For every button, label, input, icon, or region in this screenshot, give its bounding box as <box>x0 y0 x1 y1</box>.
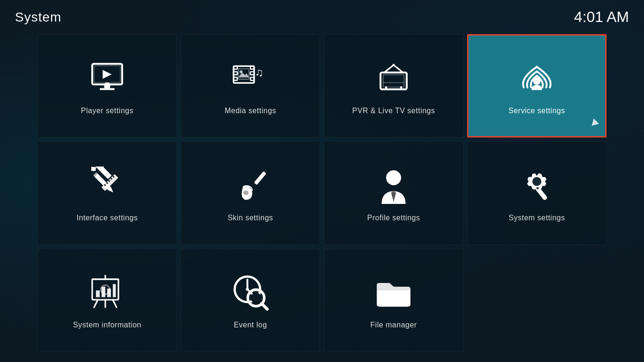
page-title: System <box>15 10 61 25</box>
svg-rect-53 <box>96 290 100 297</box>
cursor-icon <box>589 119 599 129</box>
svg-marker-15 <box>238 72 249 77</box>
file-manager-icon <box>373 271 415 313</box>
system-information-icon <box>86 271 128 313</box>
skin-settings-label: Skin settings <box>227 214 273 222</box>
svg-line-18 <box>394 65 403 72</box>
media-settings-icon: ♫ <box>229 57 271 99</box>
svg-rect-56 <box>113 284 116 297</box>
tile-file-manager[interactable]: File manager <box>324 249 463 352</box>
skin-settings-icon <box>229 164 271 206</box>
media-settings-label: Media settings <box>225 107 276 115</box>
event-log-label: Event log <box>234 321 267 329</box>
tile-profile-settings[interactable]: Profile settings <box>324 141 463 245</box>
svg-point-25 <box>533 77 541 85</box>
tile-media-settings[interactable]: ♫ Media settings <box>181 34 320 138</box>
svg-line-48 <box>94 300 98 307</box>
file-manager-label: File manager <box>370 321 417 329</box>
service-settings-label: Service settings <box>509 107 565 115</box>
interface-settings-label: Interface settings <box>77 214 138 222</box>
svg-point-43 <box>386 170 401 185</box>
tile-event-log[interactable]: Event log <box>181 249 320 352</box>
tile-player-settings[interactable]: Player settings <box>37 34 177 138</box>
profile-settings-label: Profile settings <box>367 214 420 222</box>
svg-point-42 <box>243 190 249 195</box>
system-settings-icon <box>516 164 558 206</box>
svg-rect-5 <box>105 82 110 84</box>
svg-point-23 <box>385 86 388 88</box>
tile-system-settings[interactable]: System settings <box>467 141 607 245</box>
svg-line-64 <box>262 304 267 309</box>
event-log-icon <box>229 271 271 313</box>
svg-point-24 <box>400 86 402 88</box>
svg-point-46 <box>536 187 539 189</box>
pvr-settings-label: PVR & Live TV settings <box>352 107 435 115</box>
tile-system-information[interactable]: System information <box>37 249 177 352</box>
service-settings-icon <box>516 57 558 99</box>
tile-interface-settings[interactable]: Interface settings <box>37 141 177 245</box>
system-settings-label: System settings <box>509 214 565 222</box>
svg-line-49 <box>113 300 117 307</box>
clock: 4:01 AM <box>574 8 629 26</box>
pvr-settings-icon <box>373 57 415 99</box>
tile-pvr-settings[interactable]: PVR & Live TV settings <box>324 34 463 138</box>
profile-settings-icon <box>373 164 415 206</box>
svg-line-17 <box>384 65 394 72</box>
empty-tile <box>467 249 607 352</box>
svg-rect-3 <box>104 84 110 88</box>
tile-skin-settings[interactable]: Skin settings <box>181 141 320 245</box>
svg-point-44 <box>532 177 541 186</box>
svg-marker-2 <box>102 70 111 79</box>
svg-rect-4 <box>100 88 115 90</box>
system-information-label: System information <box>73 321 141 329</box>
svg-rect-54 <box>102 287 105 297</box>
header: System 4:01 AM <box>0 0 644 30</box>
svg-point-19 <box>393 64 395 66</box>
svg-rect-40 <box>254 171 267 185</box>
tile-service-settings[interactable]: Service settings <box>467 34 607 138</box>
interface-settings-icon <box>86 164 128 206</box>
svg-text:♫: ♫ <box>255 66 263 79</box>
settings-grid: Player settings ♫ Media settings <box>0 30 644 360</box>
player-settings-icon <box>86 57 128 99</box>
svg-point-63 <box>251 293 261 303</box>
svg-rect-21 <box>383 74 404 87</box>
player-settings-label: Player settings <box>81 107 133 115</box>
svg-point-61 <box>246 288 249 291</box>
